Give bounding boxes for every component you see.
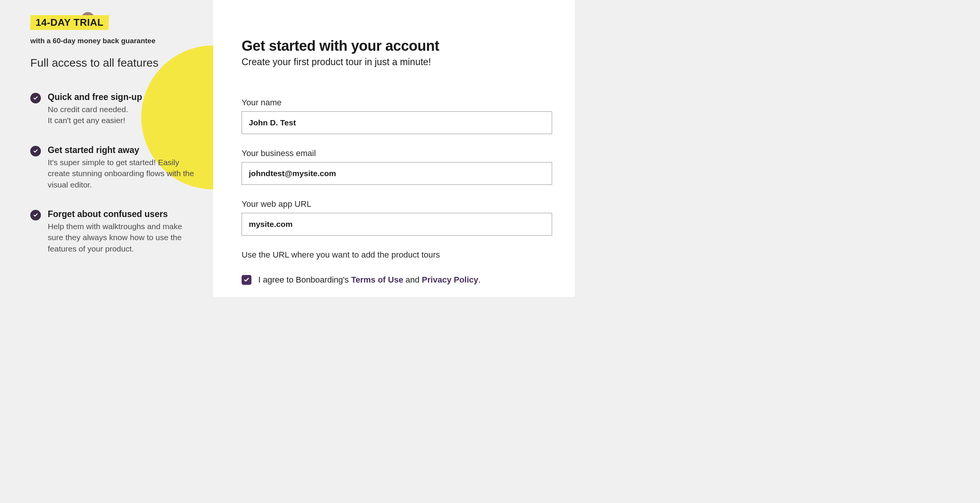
form-title: Get started with your account — [242, 38, 552, 54]
form-group-email: Your business email — [242, 148, 552, 185]
url-label: Your web app URL — [242, 199, 552, 209]
terms-link[interactable]: Terms of Use — [351, 275, 403, 285]
feature-title: Forget about confused users — [48, 209, 198, 219]
page-container: 14-DAY TRIAL with a 60-day money back gu… — [0, 0, 575, 297]
privacy-link[interactable]: Privacy Policy — [422, 275, 478, 285]
name-label: Your name — [242, 98, 552, 108]
feature-content: Forget about confused users Help them wi… — [48, 209, 198, 254]
feature-desc: No credit card needed.It can't get any e… — [48, 104, 198, 126]
feature-item: Forget about confused users Help them wi… — [30, 209, 198, 254]
guarantee-text: with a 60-day money back guarantee — [30, 37, 198, 45]
feature-item: Quick and free sign-up No credit card ne… — [30, 92, 198, 126]
check-icon — [30, 146, 41, 156]
trial-badge-text: 14-DAY TRIAL — [36, 17, 103, 29]
agree-prefix: I agree to Bonboarding's — [258, 275, 351, 285]
check-icon — [30, 210, 41, 220]
feature-title: Quick and free sign-up — [48, 92, 198, 102]
left-panel: 14-DAY TRIAL with a 60-day money back gu… — [0, 0, 213, 297]
feature-list: Quick and free sign-up No credit card ne… — [30, 92, 198, 254]
agree-label: I agree to Bonboarding's Terms of Use an… — [258, 275, 480, 285]
email-label: Your business email — [242, 148, 552, 158]
url-hint: Use the URL where you want to add the pr… — [242, 250, 552, 260]
check-icon — [30, 93, 41, 103]
features-title: Full access to all features — [30, 56, 198, 69]
form-subtitle: Create your first product tour in just a… — [242, 56, 552, 67]
form-group-name: Your name — [242, 98, 552, 134]
trial-badge: 14-DAY TRIAL — [30, 15, 109, 30]
agree-row: I agree to Bonboarding's Terms of Use an… — [242, 275, 552, 285]
right-panel: Get started with your account Create you… — [213, 0, 575, 297]
agree-checkbox[interactable] — [242, 275, 251, 285]
feature-item: Get started right away It's super simple… — [30, 145, 198, 190]
agree-suffix: . — [478, 275, 480, 285]
url-input[interactable] — [242, 213, 552, 236]
feature-desc: It's super simple to get started! Easily… — [48, 157, 198, 190]
email-input[interactable] — [242, 162, 552, 185]
agree-mid: and — [403, 275, 422, 285]
name-input[interactable] — [242, 111, 552, 134]
form-group-url: Your web app URL — [242, 199, 552, 236]
feature-content: Quick and free sign-up No credit card ne… — [48, 92, 198, 126]
feature-desc: Help them with walktroughs and make sure… — [48, 221, 198, 254]
feature-title: Get started right away — [48, 145, 198, 155]
form-fields: Your name Your business email Your web a… — [242, 98, 552, 285]
feature-content: Get started right away It's super simple… — [48, 145, 198, 190]
